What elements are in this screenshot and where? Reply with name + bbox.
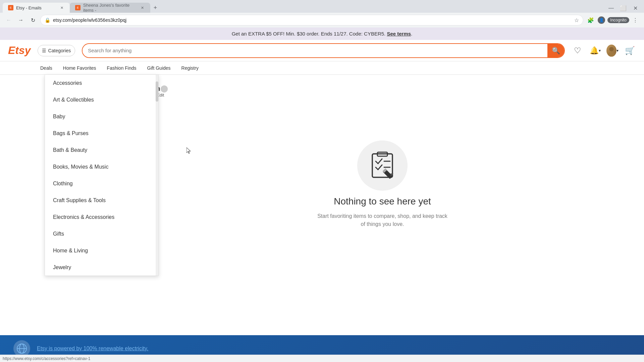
category-bath-beauty[interactable]: Bath & Beauty: [45, 142, 158, 159]
nav-item-registry[interactable]: Registry: [181, 63, 199, 73]
browser-tabs: E Etsy - Emails ✕ E Sheena Jones's favor…: [0, 0, 644, 13]
svg-point-0: [609, 47, 613, 51]
address-text: etsy.com/people/wlv6356es3kz0pqj: [53, 17, 572, 23]
hamburger-icon: ☰: [42, 48, 46, 53]
category-home-living[interactable]: Home & Living: [45, 242, 158, 259]
empty-title: Nothing to see here yet: [334, 196, 431, 207]
etsy-page: Get an EXTRA $5 OFF! Min. $30 order. End…: [0, 27, 644, 362]
category-gifts[interactable]: Gifts: [45, 226, 158, 242]
lock-icon: 🔒: [45, 17, 50, 23]
profile-section: Sh⬤ ✎ Edit: [121, 75, 644, 100]
category-baby[interactable]: Baby: [45, 108, 158, 125]
category-bags-purses[interactable]: Bags & Purses: [45, 125, 158, 142]
category-books-movies-music[interactable]: Books, Movies & Music: [45, 159, 158, 175]
close-browser-button[interactable]: ✕: [631, 3, 640, 13]
nav-item-home-favorites[interactable]: Home Favorites: [63, 63, 96, 73]
user-profile-button[interactable]: ▾: [606, 45, 619, 57]
address-bar[interactable]: 🔒 etsy.com/people/wlv6356es3kz0pqj ☆: [40, 15, 583, 25]
promo-text: Get an EXTRA $5 OFF! Min. $30 order. End…: [232, 31, 386, 37]
nav-item-gift-guides[interactable]: Gift Guides: [147, 63, 171, 73]
search-icon: 🔍: [552, 47, 560, 55]
promo-banner: Get an EXTRA $5 OFF! Min. $30 order. End…: [0, 27, 644, 40]
notifications-button[interactable]: 🔔 ▾: [589, 45, 601, 57]
star-icon: ☆: [574, 17, 579, 23]
footer-link[interactable]: Etsy is powered by 100% renewable electr…: [37, 346, 148, 352]
category-jewelry[interactable]: Jewelry: [45, 259, 158, 276]
back-button[interactable]: ←: [4, 15, 13, 25]
user-chevron: ▾: [616, 48, 619, 53]
categories-button[interactable]: ☰ Categories: [38, 45, 75, 56]
tab-close-1[interactable]: ✕: [59, 5, 64, 10]
tab-etsy-emails[interactable]: E Etsy - Emails ✕: [3, 3, 70, 13]
tab-favicon-2: E: [75, 5, 80, 10]
maximize-button[interactable]: ⬜: [619, 3, 628, 13]
cart-icon: 🛒: [625, 46, 635, 55]
wishlist-button[interactable]: ♡: [572, 45, 584, 57]
search-bar[interactable]: 🔍: [82, 43, 565, 58]
tab-close-2[interactable]: ✕: [140, 5, 145, 10]
category-clothing[interactable]: Clothing: [45, 175, 158, 192]
search-input[interactable]: [83, 48, 547, 53]
search-button[interactable]: 🔍: [547, 44, 564, 57]
category-art-collectibles[interactable]: Art & Collectibles: [45, 92, 158, 108]
menu-button[interactable]: ⋮: [631, 15, 640, 25]
forward-button[interactable]: →: [16, 15, 25, 25]
browser-chrome: E Etsy - Emails ✕ E Sheena Jones's favor…: [0, 0, 644, 27]
minimize-button[interactable]: —: [606, 3, 616, 13]
categories-label: Categories: [48, 48, 71, 53]
promo-link[interactable]: See terms: [387, 31, 411, 37]
heart-icon: ♡: [574, 46, 581, 55]
empty-icon: [357, 140, 408, 191]
bell-icon: 🔔: [590, 46, 599, 55]
reload-button[interactable]: ↻: [28, 15, 38, 25]
tab-favicon-1: E: [8, 5, 13, 10]
new-tab-button[interactable]: +: [150, 3, 160, 13]
status-bar: https://www.etsy.com/c/accessories?ref=c…: [0, 355, 644, 362]
svg-point-1: [608, 52, 615, 57]
etsy-logo[interactable]: Etsy: [8, 44, 31, 57]
tab-title-2: Sheena Jones's favorite items -: [83, 3, 138, 13]
incognito-badge: Incognito: [607, 17, 629, 23]
nav-bar: Deals Home Favorites Fashion Finds Gift …: [0, 61, 644, 75]
category-electronics-accessories[interactable]: Electronics & Accessories: [45, 209, 158, 226]
profile-button[interactable]: 👤: [597, 15, 606, 25]
tab-sheena[interactable]: E Sheena Jones's favorite items - ✕: [70, 3, 150, 13]
empty-description: Start favoriting items to compare, shop,…: [315, 212, 449, 228]
nav-item-deals[interactable]: Deals: [40, 63, 52, 73]
etsy-header: Etsy ☰ Categories 🔍 ♡ 🔔 ▾: [0, 40, 644, 61]
cart-button[interactable]: 🛒: [624, 45, 636, 57]
header-icons: ♡ 🔔 ▾ ▾ 🛒: [572, 45, 636, 57]
user-avatar: [606, 45, 616, 57]
extensions-button[interactable]: 🧩: [586, 15, 595, 25]
categories-dropdown: Accessories Art & Collectibles Baby Bags…: [45, 75, 159, 276]
browser-toolbar: ← → ↻ 🔒 etsy.com/people/wlv6356es3kz0pqj…: [0, 13, 644, 27]
empty-state: Nothing to see here yet Start favoriting…: [121, 127, 644, 242]
notification-chevron: ▾: [599, 48, 601, 53]
category-accessories[interactable]: Accessories: [45, 75, 158, 92]
nav-item-fashion-finds[interactable]: Fashion Finds: [107, 63, 137, 73]
tab-title-1: Etsy - Emails: [16, 5, 42, 10]
category-craft-supplies-tools[interactable]: Craft Supplies & Tools: [45, 192, 158, 209]
status-url: https://www.etsy.com/c/accessories?ref=c…: [3, 356, 91, 361]
browser-toolbar-icons: 🧩 👤 Incognito ⋮: [586, 15, 640, 25]
main-content: Accessories Art & Collectibles Baby Bags…: [0, 75, 644, 350]
